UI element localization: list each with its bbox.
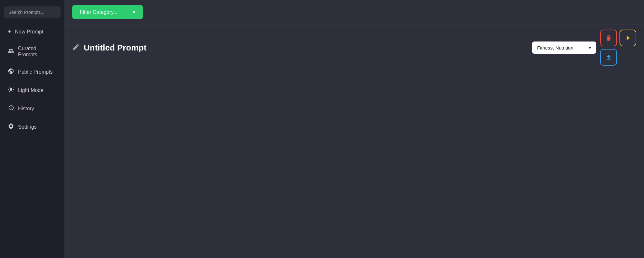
sidebar-item-curated-prompts[interactable]: Curated Prompts	[2, 41, 62, 62]
filter-category-button[interactable]: Filter Category... ▾	[72, 5, 143, 19]
prompt-title: Untitled Prompt	[84, 43, 147, 53]
run-button[interactable]	[620, 30, 636, 46]
chevron-down-icon: ▾	[133, 9, 135, 15]
sidebar-item-history[interactable]: History	[2, 100, 62, 117]
filter-label: Filter Category...	[80, 9, 118, 15]
sidebar-item-label: Settings	[18, 124, 37, 130]
sidebar-item-new-prompt[interactable]: + New Prompt	[2, 24, 62, 40]
sidebar-item-label: History	[18, 106, 34, 112]
sidebar-item-label: Light Mode	[18, 87, 43, 93]
globe-icon	[8, 68, 14, 76]
sun-icon	[8, 86, 14, 94]
sidebar-item-public-prompts[interactable]: Public Prompts	[2, 63, 62, 80]
prompt-area: Untitled Prompt Fitness, Nutrition ▾	[64, 24, 644, 258]
delete-button[interactable]	[600, 30, 617, 46]
sidebar-item-label: Public Prompts	[18, 69, 53, 75]
sidebar-item-settings[interactable]: Settings	[2, 118, 62, 135]
prompt-header: Untitled Prompt Fitness, Nutrition ▾	[72, 30, 636, 66]
action-row-bottom	[600, 49, 636, 66]
sidebar-item-label: Curated Prompts	[18, 45, 57, 58]
plus-icon: +	[8, 28, 11, 35]
category-label: Fitness, Nutrition	[537, 45, 573, 51]
settings-icon	[8, 123, 14, 131]
chevron-down-icon: ▾	[589, 45, 591, 51]
sidebar-item-label: New Prompt	[15, 29, 43, 35]
share-button[interactable]	[600, 49, 617, 66]
users-icon	[8, 48, 14, 56]
search-button[interactable]: Search Prompts...	[4, 6, 61, 18]
action-buttons	[600, 30, 636, 66]
top-bar: Filter Category... ▾	[64, 0, 644, 24]
main-content: Filter Category... ▾ Untitled Prompt Fit…	[64, 0, 644, 258]
action-row-top	[600, 30, 636, 46]
divider	[72, 72, 636, 72]
prompt-controls: Fitness, Nutrition ▾	[532, 30, 636, 66]
sidebar-item-light-mode[interactable]: Light Mode	[2, 82, 62, 99]
prompt-title-group: Untitled Prompt	[72, 43, 147, 53]
sidebar: Search Prompts... + New Prompt Curated P…	[0, 0, 64, 258]
category-dropdown[interactable]: Fitness, Nutrition ▾	[532, 41, 596, 54]
history-icon	[8, 105, 14, 113]
edit-icon[interactable]	[72, 43, 80, 52]
